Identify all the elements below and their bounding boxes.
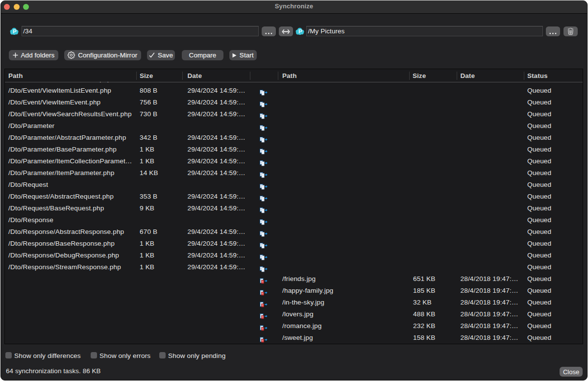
svg-text:P: P — [298, 28, 302, 34]
svg-text:P: P — [13, 28, 17, 34]
